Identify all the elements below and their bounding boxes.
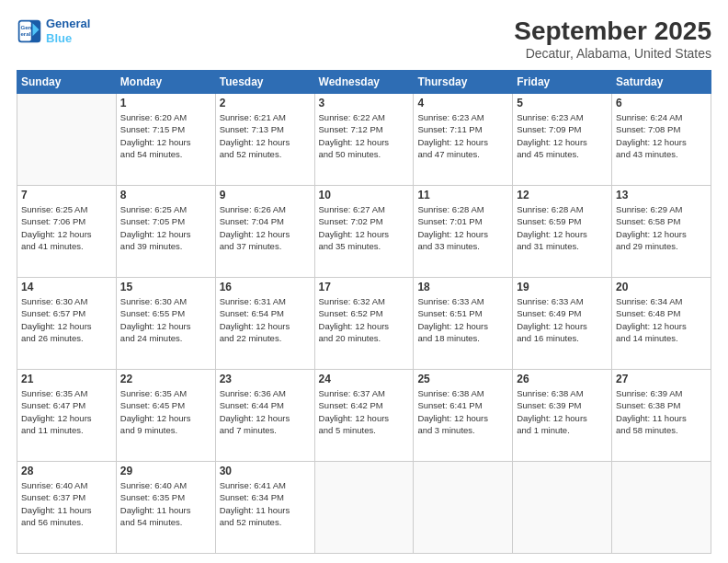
day-info: Sunrise: 6:23 AM Sunset: 7:11 PM Dayligh…: [417, 111, 508, 160]
calendar-cell: 3Sunrise: 6:22 AM Sunset: 7:12 PM Daylig…: [314, 94, 414, 186]
calendar-cell: 26Sunrise: 6:38 AM Sunset: 6:39 PM Dayli…: [513, 370, 612, 462]
calendar-week-5: 28Sunrise: 6:40 AM Sunset: 6:37 PM Dayli…: [17, 462, 711, 554]
day-info: Sunrise: 6:30 AM Sunset: 6:57 PM Dayligh…: [21, 295, 112, 344]
day-info: Sunrise: 6:25 AM Sunset: 7:05 PM Dayligh…: [120, 203, 211, 252]
calendar-cell: 6Sunrise: 6:24 AM Sunset: 7:08 PM Daylig…: [612, 94, 711, 186]
day-number: 19: [517, 281, 608, 293]
day-info: Sunrise: 6:38 AM Sunset: 6:41 PM Dayligh…: [417, 387, 508, 436]
calendar-cell: 22Sunrise: 6:35 AM Sunset: 6:45 PM Dayli…: [116, 370, 215, 462]
calendar-cell: 27Sunrise: 6:39 AM Sunset: 6:38 PM Dayli…: [612, 370, 711, 462]
calendar-cell: 16Sunrise: 6:31 AM Sunset: 6:54 PM Dayli…: [215, 278, 314, 370]
day-info: Sunrise: 6:35 AM Sunset: 6:47 PM Dayligh…: [21, 387, 112, 436]
day-info: Sunrise: 6:28 AM Sunset: 6:59 PM Dayligh…: [517, 203, 608, 252]
day-info: Sunrise: 6:35 AM Sunset: 6:45 PM Dayligh…: [120, 387, 211, 436]
calendar-cell: 30Sunrise: 6:41 AM Sunset: 6:34 PM Dayli…: [215, 462, 314, 554]
day-number: 5: [517, 97, 608, 109]
logo-line1: General: [46, 17, 90, 30]
calendar-cell: [314, 462, 414, 554]
col-header-thursday: Thursday: [414, 71, 513, 94]
day-number: 26: [517, 373, 608, 385]
calendar-week-1: 1Sunrise: 6:20 AM Sunset: 7:15 PM Daylig…: [17, 94, 711, 186]
day-info: Sunrise: 6:33 AM Sunset: 6:49 PM Dayligh…: [517, 295, 608, 344]
calendar-cell: 13Sunrise: 6:29 AM Sunset: 6:58 PM Dayli…: [612, 186, 711, 278]
day-number: 1: [120, 97, 211, 109]
day-number: 21: [21, 373, 112, 385]
calendar-cell: 11Sunrise: 6:28 AM Sunset: 7:01 PM Dayli…: [414, 186, 513, 278]
day-number: 11: [417, 189, 508, 201]
col-header-tuesday: Tuesday: [215, 71, 314, 94]
logo-line2: Blue: [46, 31, 72, 45]
day-number: 20: [616, 281, 707, 293]
page-header: Gen eral General Blue September 2025 Dec…: [17, 17, 711, 61]
day-info: Sunrise: 6:23 AM Sunset: 7:09 PM Dayligh…: [517, 111, 608, 160]
day-info: Sunrise: 6:20 AM Sunset: 7:15 PM Dayligh…: [120, 111, 211, 160]
calendar-cell: 9Sunrise: 6:26 AM Sunset: 7:04 PM Daylig…: [215, 186, 314, 278]
day-info: Sunrise: 6:30 AM Sunset: 6:55 PM Dayligh…: [120, 295, 211, 344]
day-info: Sunrise: 6:39 AM Sunset: 6:38 PM Dayligh…: [616, 387, 707, 436]
day-info: Sunrise: 6:28 AM Sunset: 7:01 PM Dayligh…: [417, 203, 508, 252]
calendar-cell: 23Sunrise: 6:36 AM Sunset: 6:44 PM Dayli…: [215, 370, 314, 462]
day-number: 3: [319, 97, 410, 109]
calendar-title: September 2025: [514, 17, 711, 46]
day-number: 9: [220, 189, 311, 201]
day-info: Sunrise: 6:31 AM Sunset: 6:54 PM Dayligh…: [220, 295, 311, 344]
day-info: Sunrise: 6:38 AM Sunset: 6:39 PM Dayligh…: [517, 387, 608, 436]
day-number: 28: [21, 465, 112, 477]
calendar-cell: 18Sunrise: 6:33 AM Sunset: 6:51 PM Dayli…: [414, 278, 513, 370]
day-number: 14: [21, 281, 112, 293]
calendar-cell: 25Sunrise: 6:38 AM Sunset: 6:41 PM Dayli…: [414, 370, 513, 462]
calendar-week-3: 14Sunrise: 6:30 AM Sunset: 6:57 PM Dayli…: [17, 278, 711, 370]
day-info: Sunrise: 6:27 AM Sunset: 7:02 PM Dayligh…: [319, 203, 410, 252]
col-header-saturday: Saturday: [612, 71, 711, 94]
day-number: 13: [616, 189, 707, 201]
calendar-cell: 19Sunrise: 6:33 AM Sunset: 6:49 PM Dayli…: [513, 278, 612, 370]
day-number: 22: [120, 373, 211, 385]
day-info: Sunrise: 6:40 AM Sunset: 6:35 PM Dayligh…: [120, 479, 211, 528]
calendar-cell: 8Sunrise: 6:25 AM Sunset: 7:05 PM Daylig…: [116, 186, 215, 278]
calendar-cell: 4Sunrise: 6:23 AM Sunset: 7:11 PM Daylig…: [414, 94, 513, 186]
day-number: 24: [319, 373, 410, 385]
day-number: 2: [220, 97, 311, 109]
col-header-friday: Friday: [513, 71, 612, 94]
calendar-subtitle: Decatur, Alabama, United States: [514, 46, 711, 61]
day-info: Sunrise: 6:22 AM Sunset: 7:12 PM Dayligh…: [319, 111, 410, 160]
calendar-cell: 29Sunrise: 6:40 AM Sunset: 6:35 PM Dayli…: [116, 462, 215, 554]
calendar-header-row: SundayMondayTuesdayWednesdayThursdayFrid…: [17, 71, 711, 94]
logo-icon: Gen eral: [17, 18, 42, 44]
calendar-cell: [513, 462, 612, 554]
calendar-cell: [612, 462, 711, 554]
calendar-cell: [414, 462, 513, 554]
calendar-cell: 20Sunrise: 6:34 AM Sunset: 6:48 PM Dayli…: [612, 278, 711, 370]
calendar-cell: 1Sunrise: 6:20 AM Sunset: 7:15 PM Daylig…: [116, 94, 215, 186]
day-info: Sunrise: 6:32 AM Sunset: 6:52 PM Dayligh…: [319, 295, 410, 344]
calendar-cell: 5Sunrise: 6:23 AM Sunset: 7:09 PM Daylig…: [513, 94, 612, 186]
day-number: 7: [21, 189, 112, 201]
day-number: 16: [220, 281, 311, 293]
day-info: Sunrise: 6:21 AM Sunset: 7:13 PM Dayligh…: [220, 111, 311, 160]
day-info: Sunrise: 6:25 AM Sunset: 7:06 PM Dayligh…: [21, 203, 112, 252]
svg-text:Gen: Gen: [20, 24, 31, 30]
day-number: 18: [417, 281, 508, 293]
day-number: 6: [616, 97, 707, 109]
day-info: Sunrise: 6:24 AM Sunset: 7:08 PM Dayligh…: [616, 111, 707, 160]
calendar-cell: 17Sunrise: 6:32 AM Sunset: 6:52 PM Dayli…: [314, 278, 414, 370]
day-number: 23: [220, 373, 311, 385]
calendar-table: SundayMondayTuesdayWednesdayThursdayFrid…: [17, 70, 711, 554]
day-info: Sunrise: 6:36 AM Sunset: 6:44 PM Dayligh…: [220, 387, 311, 436]
title-area: September 2025 Decatur, Alabama, United …: [514, 17, 711, 61]
day-number: 29: [120, 465, 211, 477]
calendar-cell: 14Sunrise: 6:30 AM Sunset: 6:57 PM Dayli…: [17, 278, 117, 370]
calendar-cell: 12Sunrise: 6:28 AM Sunset: 6:59 PM Dayli…: [513, 186, 612, 278]
day-number: 12: [517, 189, 608, 201]
col-header-monday: Monday: [116, 71, 215, 94]
day-info: Sunrise: 6:40 AM Sunset: 6:37 PM Dayligh…: [21, 479, 112, 528]
logo: Gen eral General Blue: [17, 17, 90, 45]
day-info: Sunrise: 6:37 AM Sunset: 6:42 PM Dayligh…: [319, 387, 410, 436]
day-info: Sunrise: 6:29 AM Sunset: 6:58 PM Dayligh…: [616, 203, 707, 252]
day-info: Sunrise: 6:26 AM Sunset: 7:04 PM Dayligh…: [220, 203, 311, 252]
calendar-cell: [17, 94, 117, 186]
calendar-cell: 10Sunrise: 6:27 AM Sunset: 7:02 PM Dayli…: [314, 186, 414, 278]
calendar-cell: 24Sunrise: 6:37 AM Sunset: 6:42 PM Dayli…: [314, 370, 414, 462]
day-number: 25: [417, 373, 508, 385]
calendar-cell: 15Sunrise: 6:30 AM Sunset: 6:55 PM Dayli…: [116, 278, 215, 370]
